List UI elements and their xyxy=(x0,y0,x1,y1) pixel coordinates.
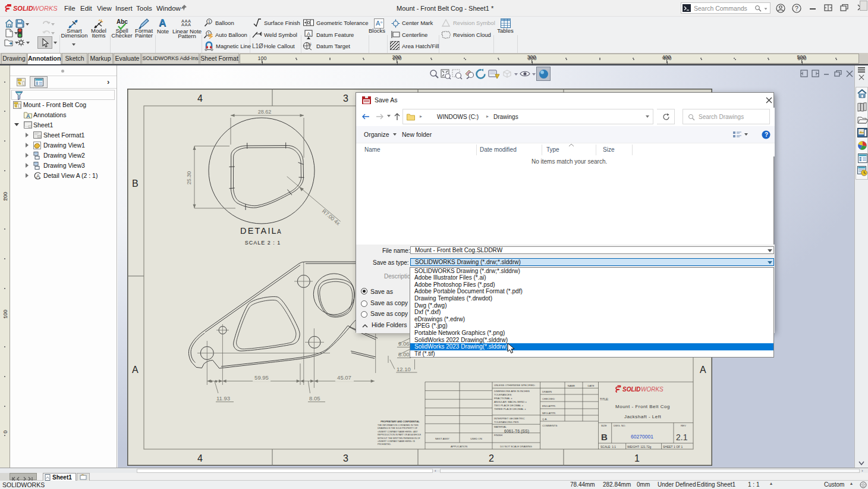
svg-text:28.62: 28.62 xyxy=(258,109,272,115)
svg-text:<INSERT COMPANY NAME HERE>. A: <INSERT COMPANY NAME HERE>. ANY xyxy=(378,431,418,433)
svg-text:FINISH: FINISH xyxy=(494,434,502,437)
svg-text:SCALE: 1:1: SCALE: 1:1 xyxy=(600,445,616,449)
svg-text:3: 3 xyxy=(343,453,348,463)
svg-text:INTERPRET GEOMETRIC: INTERPRET GEOMETRIC xyxy=(494,417,525,420)
svg-text:SOLID: SOLID xyxy=(622,386,641,393)
svg-text:?: ? xyxy=(795,5,798,12)
svg-text:WEIGHT: 121.72g: WEIGHT: 121.72g xyxy=(627,445,652,449)
svg-text:SOLID: SOLID xyxy=(13,5,33,12)
svg-text:Mount - Front Belt Cog: Mount - Front Belt Cog xyxy=(615,404,670,409)
svg-text:A: A xyxy=(307,31,310,37)
svg-text:USED ON: USED ON xyxy=(470,437,482,440)
svg-text:TOLERANCING PER:: TOLERANCING PER: xyxy=(494,421,519,424)
svg-text:45.07: 45.07 xyxy=(337,374,351,381)
svg-text:3: 3 xyxy=(343,93,348,104)
svg-text:WITHOUT THE WRITTEN PERMISSION: WITHOUT THE WRITTEN PERMISSION OF xyxy=(378,437,421,440)
svg-text:DO NOT SCALE DRAWING: DO NOT SCALE DRAWING xyxy=(500,445,532,448)
svg-text:PROPRIETARY AND CONFIDENTIAL: PROPRIETARY AND CONFIDENTIAL xyxy=(380,421,420,423)
svg-text:8.00: 8.00 xyxy=(398,351,410,358)
svg-text:WORKS: WORKS xyxy=(641,386,663,393)
svg-text:MFG APPR.: MFG APPR. xyxy=(542,412,556,415)
svg-text:FRACTIONAL ±: FRACTIONAL ± xyxy=(494,397,512,400)
svg-text:A: A xyxy=(132,365,139,375)
svg-text:DETAIL: DETAIL xyxy=(240,226,278,236)
svg-text:Q.A.: Q.A. xyxy=(542,418,548,421)
svg-text:9.06: 9.06 xyxy=(398,340,410,347)
svg-text:6061-T6 (SS): 6061-T6 (SS) xyxy=(504,429,529,434)
svg-text:12.10: 12.10 xyxy=(397,366,411,372)
svg-text:2.1: 2.1 xyxy=(676,432,688,442)
svg-text:REV: REV xyxy=(681,424,686,427)
svg-text:1: 1 xyxy=(207,32,210,36)
svg-text:TITLE:: TITLE: xyxy=(600,397,609,401)
svg-text:SIZE: SIZE xyxy=(601,424,607,427)
svg-text:A: A xyxy=(277,228,281,235)
svg-text:A1: A1 xyxy=(308,42,312,46)
svg-text:TOLERANCES:: TOLERANCES: xyxy=(494,393,512,396)
svg-text:25.30: 25.30 xyxy=(186,171,192,185)
svg-text:THREE PLACE DECIMAL ±: THREE PLACE DECIMAL ± xyxy=(494,408,526,410)
svg-text:A: A xyxy=(26,113,30,119)
svg-text:CHECKED: CHECKED xyxy=(542,397,555,400)
svg-text:DWG. NO.: DWG. NO. xyxy=(614,424,626,427)
svg-text:1: 1 xyxy=(208,20,210,24)
svg-text:59.95: 59.95 xyxy=(254,374,269,381)
svg-text:DRAWING IS THE SOLE PROPERTY O: DRAWING IS THE SOLE PROPERTY OF xyxy=(378,427,418,430)
svg-text:SCALE 2 : 1: SCALE 2 : 1 xyxy=(245,240,281,246)
svg-text:?: ? xyxy=(765,131,768,138)
svg-text:MATERIAL: MATERIAL xyxy=(494,425,507,428)
svg-text:ANGULAR: MACH± BEND ±: ANGULAR: MACH± BEND ± xyxy=(494,400,527,403)
svg-text:8.05: 8.05 xyxy=(309,395,320,402)
svg-text:NAME: NAME xyxy=(568,384,575,387)
svg-text:2: 2 xyxy=(489,453,494,463)
svg-text:SHEET 1 OF 1: SHEET 1 OF 1 xyxy=(663,445,683,449)
svg-text:<INSERT COMPANY NAME HERE> IS: <INSERT COMPANY NAME HERE> IS xyxy=(378,440,415,443)
svg-text:B: B xyxy=(601,432,608,442)
svg-text:DATE: DATE xyxy=(587,384,594,387)
svg-text:APPLICATION: APPLICATION xyxy=(451,445,467,448)
svg-text:DRAWN: DRAWN xyxy=(542,390,552,393)
svg-text:COMMENTS:: COMMENTS: xyxy=(542,424,558,427)
svg-text:UNLESS OTHERWISE SPECIFIED:: UNLESS OTHERWISE SPECIFIED: xyxy=(494,384,535,387)
svg-text:60270001: 60270001 xyxy=(631,434,653,440)
svg-text:A: A xyxy=(700,365,706,375)
svg-text:PROHIBITED.: PROHIBITED. xyxy=(378,443,391,446)
svg-text:DIMENSIONS ARE IN INCHES: DIMENSIONS ARE IN INCHES xyxy=(494,390,530,393)
svg-text:1: 1 xyxy=(634,453,640,463)
svg-text:REPRODUCTION IN PART OR AS A W: REPRODUCTION IN PART OR AS A WHOLE xyxy=(378,434,422,436)
svg-text:B: B xyxy=(132,178,139,189)
svg-text:ENG APPR.: ENG APPR. xyxy=(542,405,556,408)
svg-text:A: A xyxy=(376,20,380,27)
svg-text:NEXT ASSY: NEXT ASSY xyxy=(435,437,449,440)
svg-text:Jackshaft - Left: Jackshaft - Left xyxy=(624,414,662,419)
svg-text:4: 4 xyxy=(197,93,203,104)
svg-text:11.93: 11.93 xyxy=(216,395,230,402)
svg-text:THE INFORMATION CONTAINED IN T: THE INFORMATION CONTAINED IN THIS xyxy=(378,424,419,427)
svg-text:4: 4 xyxy=(197,453,203,463)
svg-text:A: A xyxy=(36,173,40,179)
svg-text:WORKS: WORKS xyxy=(33,5,58,12)
svg-text:TWO PLACE DECIMAL ±: TWO PLACE DECIMAL ± xyxy=(494,404,524,407)
